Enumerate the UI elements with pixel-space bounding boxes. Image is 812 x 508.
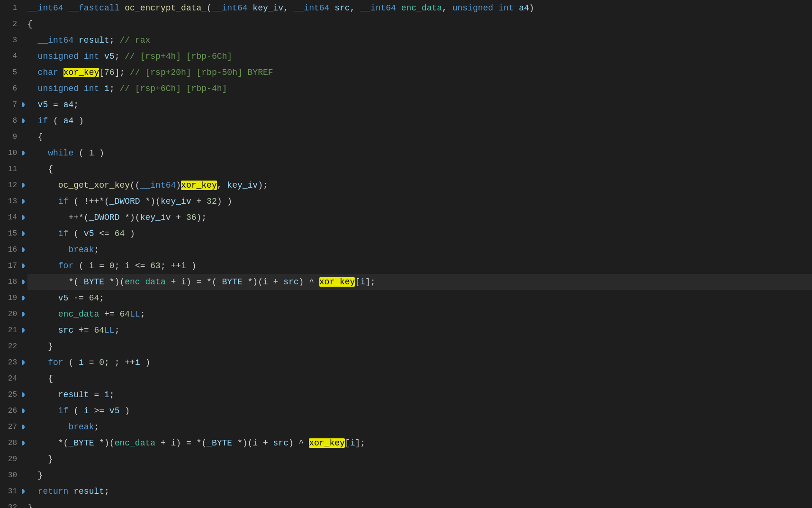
- dot-18: [22, 263, 25, 268]
- code-line-27: if ( i >= v5 ): [27, 403, 812, 419]
- ln-30: 30: [0, 467, 17, 483]
- ln-9: 9: [0, 129, 17, 145]
- ln-23: 23: [0, 354, 17, 371]
- code-line-10: {: [27, 129, 812, 145]
- dot-20: [22, 296, 25, 300]
- dot-32: [22, 489, 25, 494]
- ln-11: 11: [0, 161, 17, 177]
- code-line-21: enc_data += 64LL;: [27, 306, 812, 322]
- code-line-31: }: [27, 467, 812, 483]
- code-line-33: }: [27, 499, 812, 508]
- ln-8: 8: [0, 113, 17, 129]
- code-line-12: {: [27, 161, 812, 177]
- ln-22: 22: [0, 338, 17, 354]
- line-numbers: 1 2 3 4 5 6 7 8 9 10 11 12 13 14 15 16 1…: [0, 0, 22, 508]
- code-line-25: {: [27, 371, 812, 387]
- code-line-16: if ( v5 <= 64 ): [27, 226, 812, 242]
- ln-29: 29: [0, 451, 17, 467]
- code-line-20: v5 -= 64;: [27, 290, 812, 306]
- code-line-28: break;: [27, 419, 812, 435]
- code-line-26: result = i;: [27, 387, 812, 403]
- ln-3: 3: [0, 32, 17, 48]
- dot-28: [22, 425, 25, 429]
- code-line-4: unsigned int v5; // [rsp+4h] [rbp-6Ch]: [27, 48, 812, 64]
- code-line-2: {: [27, 16, 812, 32]
- ln-31: 31: [0, 483, 17, 499]
- code-line-3: __int64 result; // rax: [27, 32, 812, 48]
- code-line-32: return result;: [27, 483, 812, 499]
- ln-17: 17: [0, 258, 17, 274]
- code-line-29: *(_BYTE *)(enc_data + i) = *(_BYTE *)(i …: [27, 435, 812, 451]
- ln-2: 2: [0, 16, 17, 32]
- ln-25: 25: [0, 387, 17, 403]
- ln-14: 14: [0, 209, 17, 226]
- code-line-5: char xor_key[76]; // [rsp+20h] [rbp-50h]…: [27, 64, 812, 81]
- code-line-9: if ( a4 ): [27, 113, 812, 129]
- ln-24: 24: [0, 371, 17, 387]
- code-line-8: v5 = a4;: [27, 97, 812, 113]
- code-line-23: }: [27, 338, 812, 354]
- ln-1: 1: [0, 0, 17, 16]
- dot-8: [22, 102, 25, 107]
- ln-6: 6: [0, 81, 17, 97]
- ln-20: 20: [0, 306, 17, 322]
- dot-24: [22, 360, 25, 365]
- dot-26: [22, 392, 25, 397]
- code-line-17: break;: [27, 242, 812, 258]
- ln-10: 10: [0, 145, 17, 161]
- dot-9: [22, 118, 25, 123]
- ln-19: 19: [0, 290, 17, 306]
- ln-26: 26: [0, 403, 17, 419]
- dot-19: [22, 280, 25, 284]
- ln-12: 12: [0, 177, 17, 193]
- ln-16: 16: [0, 242, 17, 258]
- code-line-14: if ( !++*(_DWORD *)(key_iv + 32) ): [27, 193, 812, 209]
- ln-4: 4: [0, 48, 17, 64]
- dot-21: [22, 312, 25, 317]
- code-line-13: oc_get_xor_key((__int64)xor_key, key_iv)…: [27, 177, 812, 193]
- code-line-6: unsigned int i; // [rsp+6Ch] [rbp-4h]: [27, 81, 812, 97]
- code-line-15: ++*(_DWORD *)(key_iv + 36);: [27, 209, 812, 226]
- ln-18: 18: [0, 274, 17, 290]
- code-line-22: src += 64LL;: [27, 322, 812, 338]
- dot-15: [22, 215, 25, 220]
- code-container: 1 2 3 4 5 6 7 8 9 10 11 12 13 14 15 16 1…: [0, 0, 812, 508]
- code-line-19: *(_BYTE *)(enc_data + i) = *(_BYTE *)(i …: [27, 274, 812, 290]
- code-area: __int64 __fastcall oc_encrypt_data_(__in…: [22, 0, 812, 508]
- code-line-24: for ( i = 0; ; ++i ): [27, 354, 812, 371]
- code-line-11: while ( 1 ): [27, 145, 812, 161]
- ln-28: 28: [0, 435, 17, 451]
- ln-13: 13: [0, 193, 17, 209]
- dot-17: [22, 247, 25, 252]
- ln-15: 15: [0, 226, 17, 242]
- ln-7: 7: [0, 97, 17, 113]
- code-line-18: for ( i = 0; i <= 63; ++i ): [27, 258, 812, 274]
- dot-27: [22, 408, 25, 413]
- ln-27: 27: [0, 419, 17, 435]
- dot-14: [22, 199, 25, 204]
- ln-32: 32: [0, 499, 17, 508]
- dot-13: [22, 183, 25, 188]
- ln-5: 5: [0, 64, 17, 81]
- dot-29: [22, 441, 25, 445]
- dot-22: [22, 328, 25, 333]
- ln-21: 21: [0, 322, 17, 338]
- code-line-1: __int64 __fastcall oc_encrypt_data_(__in…: [27, 0, 812, 16]
- dot-11: [22, 151, 25, 155]
- dot-16: [22, 231, 25, 236]
- code-line-30: }: [27, 451, 812, 467]
